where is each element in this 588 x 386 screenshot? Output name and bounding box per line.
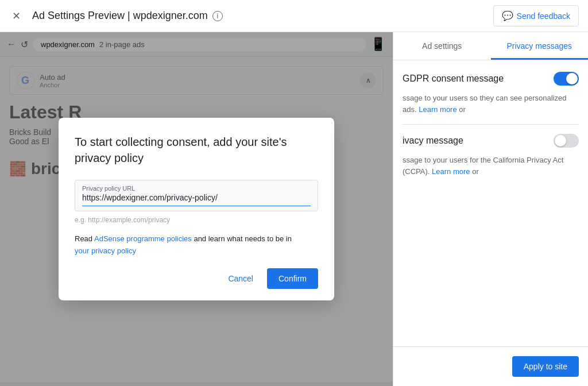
- confirm-button[interactable]: Confirm: [267, 268, 318, 289]
- top-bar: ✕ Ad Settings Preview | wpdexigner.com i…: [0, 0, 588, 32]
- info-icon[interactable]: i: [212, 11, 223, 21]
- gdpr-title: GDPR consent message: [403, 74, 504, 84]
- tab-privacy-messages[interactable]: Privacy messages: [491, 32, 589, 60]
- modal-overlay: To start collecting consent, add your si…: [0, 32, 393, 386]
- page-title: Ad Settings Preview | wpdexigner.com i: [32, 10, 493, 22]
- ccpa-toggle-thumb: [555, 135, 566, 146]
- feedback-icon: 💬: [502, 10, 513, 21]
- gdpr-consent-row: GDPR consent message: [403, 72, 579, 86]
- ccpa-desc: ssage to your users for the California P…: [403, 155, 579, 177]
- tab-privacy-messages-label: Privacy messages: [506, 41, 572, 51]
- privacy-policy-link[interactable]: your privacy policy: [75, 246, 136, 255]
- gdpr-toggle-thumb: [566, 73, 578, 84]
- dialog-actions: Cancel Confirm: [75, 268, 318, 289]
- url-hint: e.g. http://example.com/privacy: [75, 216, 318, 224]
- apply-to-site-button[interactable]: Apply to site: [512, 356, 579, 377]
- right-panel-footer: Apply to site: [393, 346, 588, 386]
- ccpa-toggle[interactable]: [554, 134, 579, 148]
- dialog-title: To start collecting consent, add your si…: [75, 134, 318, 166]
- send-feedback-button[interactable]: 💬 Send feedback: [493, 5, 579, 26]
- ccpa-title: ivacy message: [403, 136, 463, 146]
- title-text: Ad Settings Preview | wpdexigner.com: [32, 10, 208, 22]
- policy-text-after: and learn what needs to be in: [192, 234, 292, 243]
- panel-divider: [403, 124, 579, 125]
- ccpa-desc-text: ssage to your users for the California P…: [403, 156, 563, 176]
- adsense-policy-link[interactable]: AdSense programme policies: [94, 234, 192, 243]
- right-panel: Ad settings Privacy messages GDPR consen…: [393, 32, 588, 386]
- cancel-button[interactable]: Cancel: [219, 268, 262, 289]
- close-button[interactable]: ✕: [9, 9, 23, 23]
- main-layout: ← ↺ wpdexigner.com 2 in-page ads 📱 G Aut…: [0, 32, 588, 386]
- ccpa-or-text: or: [472, 167, 479, 176]
- url-field-divider: [82, 206, 311, 206]
- tab-ad-settings-label: Ad settings: [422, 41, 462, 51]
- ccpa-learn-more[interactable]: Learn more: [432, 167, 470, 176]
- tab-ad-settings[interactable]: Ad settings: [393, 32, 491, 60]
- ccpa-consent-row: ivacy message: [403, 134, 579, 148]
- gdpr-toggle[interactable]: [554, 72, 579, 86]
- gdpr-desc: ssage to your users so they can see pers…: [403, 92, 579, 115]
- gdpr-learn-more[interactable]: Learn more: [419, 105, 457, 114]
- gdpr-or-text: or: [459, 105, 466, 114]
- tabs: Ad settings Privacy messages: [393, 32, 588, 60]
- preview-panel: ← ↺ wpdexigner.com 2 in-page ads 📱 G Aut…: [0, 32, 393, 386]
- policy-text-before: Read: [75, 234, 94, 243]
- url-field-value[interactable]: https://wpdexigner.com/privacy-policy/: [82, 193, 311, 202]
- policy-note: Read AdSense programme policies and lear…: [75, 233, 318, 257]
- send-feedback-label: Send feedback: [517, 11, 570, 21]
- privacy-policy-dialog: To start collecting consent, add your si…: [59, 118, 334, 301]
- url-field-wrapper[interactable]: Privacy policy URL https://wpdexigner.co…: [75, 180, 318, 211]
- panel-content: GDPR consent message ssage to your users…: [393, 60, 588, 198]
- url-field-label: Privacy policy URL: [82, 185, 311, 192]
